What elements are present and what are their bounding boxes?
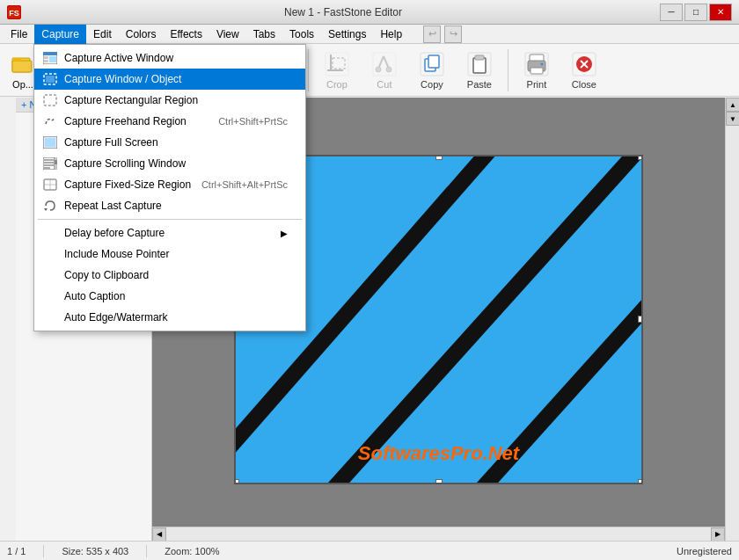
- toolbar-divider-3: [508, 49, 509, 91]
- menu-capture[interactable]: Capture: [34, 25, 86, 44]
- menu-tabs[interactable]: Tabs: [246, 25, 282, 44]
- titlebar: FS New 1 - FastStone Editor ─ □ ✕: [0, 0, 739, 25]
- menu-help[interactable]: Help: [373, 25, 409, 44]
- close-img-label: Close: [572, 79, 596, 90]
- capture-full-icon: [41, 135, 59, 149]
- menu-capture-full[interactable]: Capture Full Screen: [34, 132, 305, 153]
- svg-rect-3: [12, 61, 32, 72]
- submenu-arrow: ▶: [281, 229, 288, 238]
- copy-button[interactable]: Copy: [409, 47, 455, 94]
- paste-button[interactable]: Paste: [457, 47, 502, 94]
- menu-auto-caption[interactable]: Auto Caption: [34, 286, 305, 307]
- print-button[interactable]: Print: [514, 47, 560, 94]
- open-label: Op...: [12, 79, 33, 90]
- edge-watermark-icon: [41, 310, 59, 324]
- svg-rect-58: [55, 160, 57, 164]
- scroll-right-button[interactable]: ▶: [711, 527, 725, 542]
- caption-icon: [41, 289, 59, 303]
- menu-entry-label: Capture Freehand Region: [64, 115, 187, 127]
- svg-rect-33: [428, 55, 439, 68]
- scroll-left-button[interactable]: ◀: [152, 527, 166, 542]
- image-size: Size: 535 x 403: [62, 546, 128, 556]
- menu-entry-label: Repeat Last Capture: [64, 200, 162, 212]
- maximize-button[interactable]: □: [684, 4, 707, 21]
- paste-label: Paste: [467, 79, 492, 90]
- close-button[interactable]: ✕: [709, 4, 732, 21]
- menu-capture-scrolling[interactable]: Capture Scrolling Window: [34, 153, 305, 174]
- app-icon: FS: [7, 5, 21, 19]
- scroll-down-button[interactable]: ▼: [726, 112, 739, 126]
- handle-mr[interactable]: [638, 316, 643, 323]
- menu-edit[interactable]: Edit: [86, 25, 119, 44]
- menu-capture-active-window[interactable]: Capture Active Window: [34, 47, 305, 69]
- menu-delay-capture[interactable]: Delay before Capture ▶: [34, 222, 305, 244]
- statusbar: 1 / 1 Size: 535 x 403 Zoom: 100% Unregis…: [0, 541, 739, 560]
- menu-colors[interactable]: Colors: [119, 25, 164, 44]
- menu-capture-rect[interactable]: Capture Rectangular Region: [34, 90, 305, 111]
- svg-rect-62: [44, 167, 50, 169]
- menu-settings[interactable]: Settings: [321, 25, 373, 44]
- svg-rect-36: [475, 55, 484, 60]
- svg-point-29: [376, 67, 381, 72]
- capture-scroll-icon: [41, 156, 59, 171]
- menu-entry-label: Include Mouse Pointer: [64, 248, 169, 260]
- scroll-up-button[interactable]: ▲: [726, 98, 739, 112]
- redo-button[interactable]: ↪: [444, 25, 462, 43]
- menu-entry-label: Copy to Clipboard: [64, 269, 149, 281]
- menu-entry-label: Auto Caption: [64, 290, 125, 302]
- capture-dropdown-menu: Capture Active Window Capture Window / O…: [33, 44, 306, 331]
- menu-entry-label: Capture Window / Object: [64, 73, 181, 85]
- registration-status: Unregistered: [677, 546, 732, 556]
- menu-separator: [38, 219, 302, 220]
- handle-br[interactable]: [638, 479, 643, 484]
- page-indicator: 1 / 1: [7, 546, 26, 556]
- svg-point-41: [540, 62, 543, 65]
- menu-auto-edge[interactable]: Auto Edge/Watermark: [34, 307, 305, 328]
- crop-button[interactable]: Crop: [314, 47, 360, 94]
- svg-rect-40: [530, 68, 543, 74]
- handle-tr[interactable]: [638, 155, 643, 160]
- handle-tc[interactable]: [435, 155, 443, 160]
- svg-rect-61: [44, 164, 54, 166]
- handle-bc[interactable]: [435, 479, 443, 484]
- svg-rect-48: [44, 56, 48, 59]
- mouse-icon: [41, 247, 59, 261]
- menu-effects[interactable]: Effects: [163, 25, 209, 44]
- menu-repeat-capture[interactable]: Repeat Last Capture: [34, 195, 305, 216]
- svg-rect-49: [44, 60, 48, 62]
- handle-bl[interactable]: [234, 479, 239, 484]
- menubar: File Capture Edit Colors Effects View Ta…: [0, 25, 739, 44]
- window-title: New 1 - FastStone Editor: [26, 6, 660, 18]
- zoom-level: Zoom: 100%: [165, 546, 219, 556]
- undo-button[interactable]: ↩: [423, 25, 441, 43]
- cut-button[interactable]: Cut: [362, 47, 407, 94]
- svg-rect-4: [14, 58, 21, 61]
- menu-include-mouse[interactable]: Include Mouse Pointer: [34, 244, 305, 265]
- capture-freehand-icon: [41, 114, 59, 128]
- delay-icon: [41, 226, 59, 240]
- menu-tools[interactable]: Tools: [282, 25, 321, 44]
- minimize-button[interactable]: ─: [660, 4, 683, 21]
- svg-rect-60: [44, 162, 54, 164]
- menu-copy-clipboard[interactable]: Copy to Clipboard: [34, 265, 305, 286]
- close-img-button[interactable]: Close: [561, 47, 607, 94]
- menu-capture-freehand[interactable]: Capture Freehand Region Ctrl+Shift+PrtSc: [34, 111, 305, 132]
- toolbar-divider-2: [308, 49, 309, 91]
- print-label: Print: [527, 79, 547, 90]
- menu-entry-label: Auto Edge/Watermark: [64, 311, 168, 324]
- shortcut-label: Ctrl+Shift+Alt+PrtSc: [201, 179, 288, 190]
- menu-view[interactable]: View: [209, 25, 246, 44]
- svg-rect-59: [44, 159, 54, 161]
- capture-window-icon: [41, 51, 59, 65]
- menu-capture-window-object[interactable]: Capture Window / Object: [34, 69, 305, 90]
- horizontal-scrollbar: ◀ ▶: [152, 527, 725, 541]
- menu-capture-fixed[interactable]: Capture Fixed-Size Region Ctrl+Shift+Alt…: [34, 174, 305, 195]
- menu-file[interactable]: File: [4, 25, 34, 44]
- shortcut-label: Ctrl+Shift+PrtSc: [218, 116, 288, 127]
- capture-rect-icon: [41, 93, 59, 107]
- menu-entry-label: Capture Scrolling Window: [64, 157, 186, 170]
- svg-rect-55: [45, 138, 55, 147]
- svg-rect-47: [43, 52, 57, 55]
- menu-entry-label: Capture Rectangular Region: [64, 94, 198, 106]
- vertical-scrollbar: ▲ ▼: [725, 98, 739, 541]
